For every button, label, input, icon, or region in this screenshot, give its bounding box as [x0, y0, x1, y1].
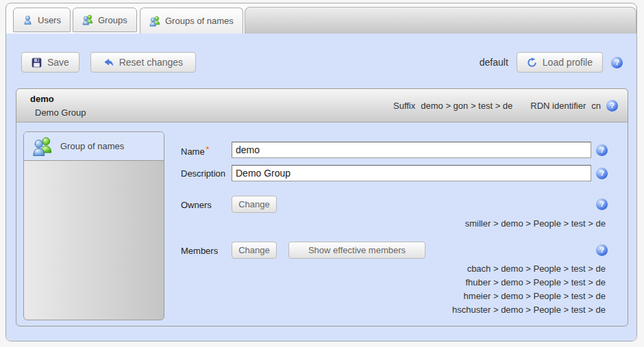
tab-groups-of-names-label: Groups of names	[165, 16, 234, 26]
owner-dn-entry: smiller > demo > People > test > de	[465, 217, 606, 231]
help-icon[interactable]	[596, 244, 608, 256]
description-input[interactable]	[232, 165, 591, 181]
save-icon	[32, 57, 42, 68]
entry-panel: demo Demo Group Suffix demo > gon > test…	[16, 88, 628, 326]
tab-bar: Users Groups	[6, 3, 636, 34]
entry-panel-content: Group of names Name* Description Owners	[16, 123, 628, 326]
rdn-value: cn	[591, 101, 601, 111]
tab-groups-of-names[interactable]: Groups of names	[140, 8, 243, 34]
group-icon	[149, 16, 160, 27]
tab-groups[interactable]: Groups	[73, 8, 137, 32]
member-dn-entry: cbach > demo > People > test > de	[452, 262, 606, 276]
members-change-button[interactable]: Change	[232, 242, 277, 259]
main-window: Users Groups	[5, 3, 637, 342]
reset-changes-button-label: Reset changes	[119, 57, 183, 68]
owners-label: Owners	[181, 200, 212, 210]
show-effective-members-button-label: Show effective members	[308, 245, 406, 255]
app-screen: Users Groups	[0, 0, 644, 347]
profile-name: default	[480, 57, 508, 68]
member-dn-entry: fhuber > demo > People > test > de	[452, 276, 606, 290]
suffix-label: Suffix	[393, 101, 415, 111]
tab-users[interactable]: Users	[13, 8, 71, 32]
help-icon[interactable]	[596, 198, 608, 210]
sidebar-item-label: Group of names	[60, 141, 124, 151]
help-icon[interactable]	[596, 144, 608, 156]
required-marker: *	[206, 145, 209, 153]
load-profile-button-label: Load profile	[543, 57, 593, 68]
help-icon[interactable]	[606, 100, 618, 112]
owners-change-button-label: Change	[238, 199, 270, 209]
tab-groups-label: Groups	[98, 15, 127, 25]
content-area: Save Reset changes default	[6, 34, 636, 341]
name-label-text: Name	[181, 146, 205, 157]
entry-meta: Suffix demo > gon > test > de RDN identi…	[393, 89, 618, 122]
entry-subtitle: Demo Group	[35, 107, 86, 118]
group-icon	[82, 14, 93, 25]
name-input[interactable]	[232, 142, 591, 158]
help-icon[interactable]	[611, 57, 623, 68]
member-dn-entry: hmeier > demo > People > test > de	[452, 290, 606, 303]
show-effective-members-button[interactable]: Show effective members	[288, 242, 425, 259]
owners-change-button[interactable]: Change	[232, 196, 277, 213]
load-profile-button[interactable]: Load profile	[517, 52, 603, 73]
group-icon	[32, 136, 53, 157]
module-sidebar: Group of names	[23, 131, 164, 320]
help-icon[interactable]	[596, 168, 608, 179]
members-label: Members	[181, 246, 218, 256]
description-label: Description	[181, 168, 225, 179]
suffix-value: demo > gon > test > de	[421, 101, 512, 111]
user-icon	[23, 15, 33, 25]
toolbar: Save Reset changes default	[21, 52, 623, 73]
reload-icon	[527, 57, 537, 68]
rdn-label: RDN identifier	[530, 101, 586, 111]
tab-users-label: Users	[38, 15, 61, 25]
members-dn-list: cbach > demo > People > test > de fhuber…	[452, 262, 606, 317]
undo-arrow-icon	[103, 57, 114, 68]
sidebar-item-group-of-names[interactable]: Group of names	[24, 132, 164, 161]
entry-panel-header: demo Demo Group Suffix demo > gon > test…	[16, 89, 628, 123]
members-change-button-label: Change	[238, 245, 270, 255]
name-label: Name*	[181, 145, 209, 157]
entry-title: demo	[30, 94, 54, 104]
reset-changes-button[interactable]: Reset changes	[90, 52, 196, 73]
save-button[interactable]: Save	[21, 52, 79, 73]
tab-bar-filler	[245, 7, 636, 34]
member-dn-entry: hschuster > demo > People > test > de	[452, 303, 606, 317]
save-button-label: Save	[47, 57, 69, 68]
owners-dn-list: smiller > demo > People > test > de	[465, 217, 606, 231]
